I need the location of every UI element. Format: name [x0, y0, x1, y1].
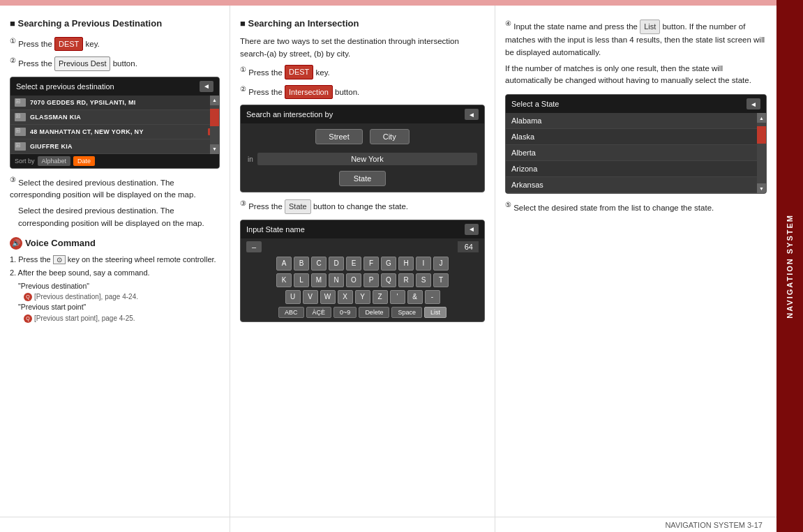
scroll-up-btn[interactable]: ▲	[210, 96, 219, 105]
state-scroll-up[interactable]: ▲	[757, 113, 766, 123]
previous-dest-button[interactable]: Previous Dest	[54, 56, 110, 71]
dest-button-col2[interactable]: DEST	[285, 65, 313, 79]
col1-step1: ① Press the DEST key.	[10, 36, 220, 51]
list-item[interactable]: Alaska	[506, 129, 757, 145]
dest-icon	[15, 113, 26, 121]
key-S[interactable]: S	[416, 273, 431, 287]
key-J[interactable]: J	[433, 257, 449, 271]
keyboard-top-row: – 64	[241, 238, 484, 255]
list-item[interactable]: GIUFFRE KIA	[10, 139, 219, 154]
key-L[interactable]: L	[294, 273, 309, 287]
list-item[interactable]: GLASSMAN KIA	[10, 110, 219, 125]
list-item[interactable]: 48 MANHATTAN CT, NEW YORK, NY	[10, 125, 219, 139]
key-T[interactable]: T	[433, 273, 449, 287]
key-list[interactable]: List	[424, 307, 446, 318]
key-U[interactable]: U	[285, 290, 301, 304]
col2-step1: ① Press the DEST key.	[240, 64, 485, 79]
keyboard-header: Input State name ◄	[241, 220, 484, 238]
key-X[interactable]: X	[338, 290, 353, 304]
key-C[interactable]: C	[311, 257, 327, 271]
state-scroll-thumb	[757, 126, 766, 144]
key-R[interactable]: R	[398, 273, 414, 287]
state-list: Alabama Alaska Alberta Arizona Arkansas	[506, 113, 757, 193]
state-inline-btn[interactable]: State	[285, 199, 311, 214]
key-H[interactable]: H	[398, 257, 414, 271]
voice-icon: 🔊	[10, 237, 22, 250]
footer: NAVIGATION SYSTEM 3-17	[0, 517, 776, 532]
sort-date-btn[interactable]: Date	[73, 156, 95, 166]
city-button[interactable]: City	[370, 129, 410, 144]
key-B[interactable]: B	[294, 257, 309, 271]
panel-back-btn[interactable]: ◄	[200, 81, 213, 92]
keyboard-bottom-row: ABC ÀÇÈ 0~9 Delete Space List	[241, 305, 484, 321]
keyboard-back-btn[interactable]: ◄	[465, 224, 479, 235]
previous-dest-panel: Select a previous destination ◄ 7070 GED…	[10, 77, 220, 169]
state-button-panel[interactable]: State	[339, 171, 387, 186]
col2-step3: ③ Press the State button to change the s…	[240, 198, 485, 213]
key-dash[interactable]: -	[425, 290, 440, 304]
state-scroll-down[interactable]: ▼	[757, 183, 766, 193]
key-nums[interactable]: 0~9	[333, 307, 357, 318]
sort-alphabet-btn[interactable]: Alphabet	[38, 156, 71, 166]
key-E[interactable]: E	[346, 257, 361, 271]
key-M[interactable]: M	[311, 273, 327, 287]
dest-button-col1[interactable]: DEST	[54, 37, 83, 52]
main-content: Searching a Previous Destination ① Press…	[0, 6, 776, 532]
intersect-type-buttons: Street City	[241, 123, 484, 150]
list-item[interactable]: 7070 GEDDES RD, YPSILANTI, MI	[10, 96, 219, 110]
key-P[interactable]: P	[363, 273, 379, 287]
key-F[interactable]: F	[363, 257, 379, 271]
key-N[interactable]: N	[329, 273, 344, 287]
intersect-panel-header: Search an intersection by ◄	[241, 105, 484, 123]
intersection-button[interactable]: Intersection	[285, 85, 333, 100]
steering-key-icon: ⊙	[53, 255, 66, 264]
in-value[interactable]: New York	[257, 153, 477, 165]
key-Q[interactable]: Q	[381, 273, 396, 287]
intersect-back-btn[interactable]: ◄	[465, 109, 479, 120]
key-delete[interactable]: Delete	[359, 307, 389, 318]
key-amp[interactable]: &	[407, 290, 423, 304]
prev-dest-list: 7070 GEDDES RD, YPSILANTI, MI GLASSMAN K…	[10, 96, 219, 154]
key-K[interactable]: K	[276, 273, 292, 287]
state-panel-back-btn[interactable]: ◄	[746, 98, 760, 109]
voice-sub2: "Previous start point"	[10, 302, 220, 313]
col-state-select: ④ Input the state name and press the Lis…	[495, 6, 776, 532]
sort-bar: Sort by Alphabet Date	[10, 154, 219, 168]
top-bar	[0, 0, 776, 6]
key-O[interactable]: O	[346, 273, 361, 287]
key-V[interactable]: V	[303, 290, 318, 304]
col3-step4-extra: If the number of matches is only one res…	[505, 63, 767, 88]
list-item[interactable]: Alabama	[506, 113, 757, 129]
col3-step5: ⑤ Select the desired state from the list…	[505, 199, 767, 215]
intersect-in-row: in New York	[241, 150, 484, 168]
key-accents[interactable]: ÀÇÈ	[306, 307, 332, 318]
key-apos[interactable]: '	[390, 290, 405, 304]
street-button[interactable]: Street	[315, 129, 362, 144]
key-Y[interactable]: Y	[355, 290, 370, 304]
key-Z[interactable]: Z	[373, 290, 388, 304]
dest-rows-container: 7070 GEDDES RD, YPSILANTI, MI GLASSMAN K…	[10, 96, 219, 154]
list-button[interactable]: List	[640, 20, 660, 34]
scroll-down-btn[interactable]: ▼	[210, 144, 219, 154]
list-item[interactable]: Alberta	[506, 145, 757, 161]
col1-step3: ③ Select the desired previous destinatio…	[10, 174, 220, 201]
ref-icon2: Q	[24, 314, 32, 323]
state-rows-wrapper: Alabama Alaska Alberta Arizona Arkansas	[506, 113, 757, 193]
col1-step3-text: Select the desired previous destination.…	[10, 205, 220, 230]
key-abc[interactable]: ABC	[278, 307, 304, 318]
dest-icon	[15, 142, 26, 151]
list-item[interactable]: Arizona	[506, 161, 757, 177]
nav-tab-label: NAVIGATION SYSTEM	[786, 214, 794, 319]
key-space[interactable]: Space	[391, 307, 422, 318]
key-W[interactable]: W	[320, 290, 336, 304]
voice-step1: 1. Press the ⊙ key on the steering wheel…	[10, 254, 220, 266]
list-item[interactable]: Arkansas	[506, 177, 757, 193]
key-G[interactable]: G	[381, 257, 396, 271]
key-I[interactable]: I	[416, 257, 431, 271]
col2-step2: ② Press the Intersection button.	[240, 84, 485, 99]
col2-intro: There are two ways to set the destinatio…	[240, 36, 485, 61]
key-D[interactable]: D	[329, 257, 344, 271]
voice-ref2: Q [Previous start point], page 4-25.	[10, 313, 220, 324]
dest-icon	[15, 98, 26, 107]
key-A[interactable]: A	[276, 257, 292, 271]
